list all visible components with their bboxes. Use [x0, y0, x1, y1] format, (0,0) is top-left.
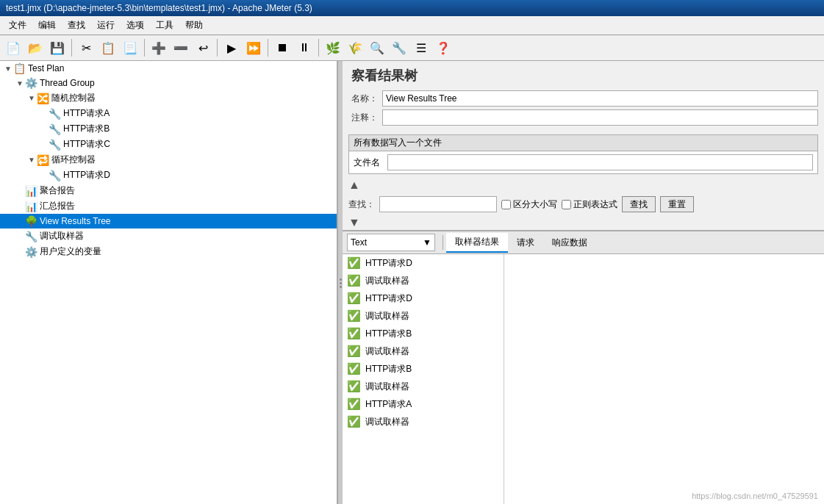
toolbar-btn-13[interactable]: 🌿: [323, 37, 343, 58]
tree-indent: [0, 231, 15, 242]
tree-toggle[interactable]: ▼: [3, 65, 13, 73]
regex-checkbox[interactable]: [562, 200, 571, 209]
tree-item-user-vars[interactable]: ⚙️用户定义的变量: [0, 244, 337, 259]
tree-item-debug-sampler[interactable]: 🔧调试取样器: [0, 228, 337, 244]
toolbar-btn-2[interactable]: 💾: [47, 37, 68, 58]
name-label: 名称：: [348, 93, 378, 105]
tree-toggle[interactable]: ▼: [15, 79, 25, 87]
result-item-1[interactable]: ✅调试取样器: [343, 272, 504, 289]
tree-item-loop-controller[interactable]: ▼🔁循环控制器: [0, 152, 337, 168]
result-tab-1[interactable]: 请求: [508, 234, 543, 252]
tree-item-test-plan[interactable]: ▼📋Test Plan: [0, 61, 337, 76]
tree-item-agg-report[interactable]: 📊聚合报告: [0, 183, 337, 198]
tree-node-icon: 🔁: [37, 154, 49, 166]
tree-item-thread-group[interactable]: ▼⚙️Thread Group: [0, 76, 337, 90]
tree-item-view-results-tree[interactable]: 🌳View Results Tree: [0, 214, 337, 228]
title-bar: test1.jmx (D:\apache-jmeter-5.3\bin\temp…: [0, 0, 824, 16]
tree-item-random-controller[interactable]: ▼🔀随机控制器: [0, 90, 337, 106]
tree-node-label: HTTP请求D: [63, 169, 110, 181]
tree-node-label: HTTP请求A: [63, 107, 110, 120]
result-tab-2[interactable]: 响应数据: [543, 234, 596, 252]
toolbar-btn-0[interactable]: 📄: [3, 37, 24, 58]
tree-indent: [0, 186, 15, 196]
scroll-down-arrow[interactable]: ▼: [348, 216, 360, 229]
toolbar-btn-8[interactable]: ↩: [193, 37, 213, 58]
tree-indent: [0, 216, 15, 226]
toolbar-btn-12[interactable]: ⏸: [294, 37, 315, 58]
menu-item-工具[interactable]: 工具: [150, 18, 179, 33]
result-item-0[interactable]: ✅HTTP请求D: [343, 254, 504, 272]
result-item-label: HTTP请求D: [365, 292, 412, 305]
menu-item-查找[interactable]: 查找: [62, 18, 91, 33]
reset-button[interactable]: 重置: [660, 196, 694, 212]
toolbar-btn-18[interactable]: ❓: [433, 37, 454, 58]
success-icon: ✅: [347, 292, 361, 305]
menu-item-文件[interactable]: 文件: [3, 18, 32, 33]
toolbar-btn-5[interactable]: 📃: [120, 37, 140, 58]
result-item-8[interactable]: ✅HTTP请求A: [343, 395, 504, 413]
toolbar-btn-10[interactable]: ⏩: [243, 37, 264, 58]
menu-item-编辑[interactable]: 编辑: [32, 18, 62, 33]
result-item-7[interactable]: ✅调试取样器: [343, 378, 504, 395]
toolbar-btn-15[interactable]: 🔍: [367, 37, 387, 58]
tree-toggle[interactable]: ▼: [26, 94, 37, 102]
tree-node-icon: 📊: [25, 201, 37, 212]
result-item-4[interactable]: ✅HTTP请求B: [343, 325, 504, 342]
menu-item-运行[interactable]: 运行: [91, 18, 121, 33]
comment-label: 注释：: [348, 112, 378, 124]
result-item-label: HTTP请求B: [365, 328, 412, 340]
tree-node-label: 用户定义的变量: [40, 245, 101, 258]
tree-node-label: View Results Tree: [40, 216, 111, 226]
search-input[interactable]: [379, 196, 497, 212]
tree-node-icon: ⚙️: [25, 246, 37, 258]
tree-item-http-req-a[interactable]: 🔧HTTP请求A: [0, 106, 337, 121]
tree-indent: [0, 78, 15, 88]
tree-node-icon: 🔧: [49, 108, 61, 120]
result-tab-0[interactable]: 取样器结果: [446, 233, 508, 253]
toolbar-sep: [217, 39, 218, 57]
file-input[interactable]: [387, 154, 813, 170]
result-item-6[interactable]: ✅HTTP请求B: [343, 360, 504, 378]
toolbar-btn-6[interactable]: ➕: [148, 37, 169, 58]
menu-item-帮助[interactable]: 帮助: [179, 18, 209, 33]
toolbar-sep: [318, 39, 319, 57]
results-detail: https://blog.csdn.net/m0_47529591: [504, 254, 824, 504]
tree-item-http-req-d[interactable]: 🔧HTTP请求D: [0, 168, 337, 183]
name-input[interactable]: [382, 90, 818, 107]
toolbar-btn-14[interactable]: 🌾: [345, 37, 365, 58]
menu-item-选项[interactable]: 选项: [121, 18, 150, 33]
tree-item-http-req-b1[interactable]: 🔧HTTP请求B: [0, 121, 337, 137]
result-item-9[interactable]: ✅调试取样器: [343, 413, 504, 431]
regex-check[interactable]: 正则表达式: [562, 198, 617, 211]
case-sensitive-check[interactable]: 区分大小写: [501, 198, 557, 211]
toolbar-btn-9[interactable]: ▶: [221, 37, 242, 58]
result-item-label: 调试取样器: [365, 310, 409, 323]
toolbar-sep: [268, 39, 268, 57]
tree-item-summary-report[interactable]: 📊汇总报告: [0, 198, 337, 214]
toolbar-btn-4[interactable]: 📋: [98, 37, 118, 58]
comment-input[interactable]: [382, 109, 818, 126]
tree-node-label: 调试取样器: [40, 230, 84, 242]
result-item-5[interactable]: ✅调试取样器: [343, 342, 504, 360]
result-item-label: 调试取样器: [365, 275, 409, 287]
tree-item-http-req-c[interactable]: 🔧HTTP请求C: [0, 137, 337, 152]
toolbar-btn-3[interactable]: ✂: [76, 37, 96, 58]
tree-node-label: HTTP请求B: [63, 123, 110, 135]
result-item-3[interactable]: ✅调试取样器: [343, 307, 504, 325]
case-sensitive-checkbox[interactable]: [501, 200, 511, 209]
toolbar-btn-17[interactable]: ☰: [411, 37, 431, 58]
toolbar-btn-1[interactable]: 📂: [25, 37, 46, 58]
success-icon: ✅: [347, 415, 361, 428]
tree-indent: [0, 93, 26, 104]
tree-indent: [0, 247, 15, 257]
search-button[interactable]: 查找: [622, 196, 656, 212]
text-type-dropdown[interactable]: Text ▼: [347, 234, 435, 251]
results-list: ✅HTTP请求D✅调试取样器✅HTTP请求D✅调试取样器✅HTTP请求B✅调试取…: [343, 254, 504, 504]
tree-node-icon: 📊: [25, 185, 37, 197]
toolbar-btn-11[interactable]: ⏹: [272, 37, 293, 58]
toolbar-btn-7[interactable]: ➖: [171, 37, 191, 58]
toolbar-btn-16[interactable]: 🔧: [389, 37, 409, 58]
result-item-2[interactable]: ✅HTTP请求D: [343, 289, 504, 307]
tree-toggle[interactable]: ▼: [26, 156, 37, 164]
scroll-up-arrow[interactable]: ▲: [348, 179, 360, 192]
